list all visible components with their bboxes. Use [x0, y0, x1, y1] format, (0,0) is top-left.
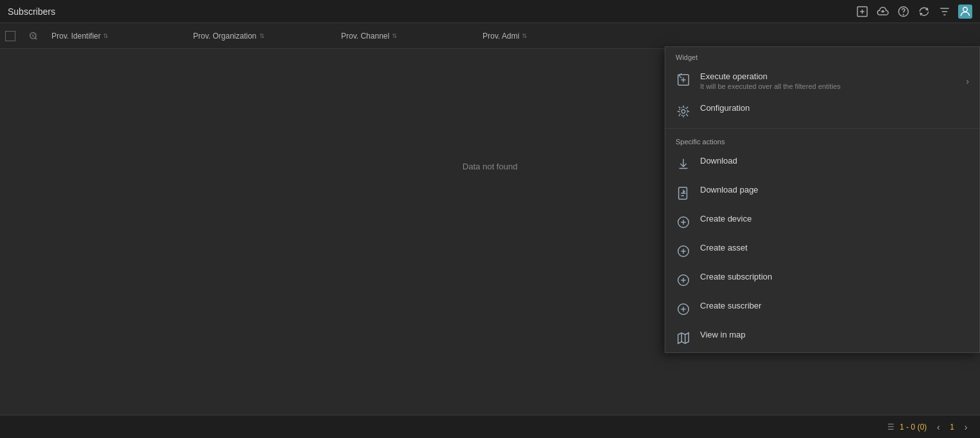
col-header-prov-admin[interactable]: Prov. Admi ⇅ — [483, 32, 975, 41]
create-asset-icon — [676, 243, 691, 259]
menu-item-create-subscriber[interactable]: Create suscriber — [665, 294, 979, 323]
create-asset-content: Create asset — [700, 243, 969, 252]
rows-icon: ☰ — [887, 423, 894, 432]
create-subscription-label: Create subscription — [700, 272, 969, 281]
header-icon-group — [855, 5, 972, 19]
help-icon[interactable] — [896, 5, 911, 19]
create-subscriber-label: Create suscriber — [700, 301, 969, 310]
menu-item-view-in-map[interactable]: View in map — [665, 323, 979, 352]
next-page-button[interactable]: › — [959, 422, 972, 432]
create-asset-label: Create asset — [700, 243, 969, 252]
table-container: Prov. Identifier ⇅ Prov. Organization ⇅ … — [0, 23, 980, 415]
specific-actions-label: Specific actions — [665, 131, 979, 149]
prev-page-button[interactable]: ‹ — [932, 422, 945, 432]
create-subscriber-icon — [676, 301, 691, 317]
pagination: ☰ 1 - 0 (0) ‹ 1 › — [887, 422, 972, 432]
filter-icon[interactable] — [938, 5, 952, 19]
menu-item-configuration[interactable]: Configuration — [665, 97, 979, 126]
download-page-label: Download page — [700, 185, 969, 195]
download-content: Download — [700, 156, 969, 166]
create-subscription-content: Create subscription — [700, 272, 969, 281]
svg-point-2 — [903, 14, 904, 15]
widget-section-label: Widget — [665, 47, 979, 65]
download-icon — [676, 157, 691, 172]
create-subscriber-content: Create suscriber — [700, 301, 969, 310]
create-device-content: Create device — [700, 214, 969, 224]
menu-item-download-page[interactable]: Download page — [665, 178, 979, 207]
create-device-icon — [676, 214, 691, 230]
svg-point-7 — [680, 108, 688, 116]
header-filter-icon[interactable] — [28, 31, 51, 41]
menu-divider-1 — [665, 128, 979, 129]
sort-icon-prov-adm: ⇅ — [522, 32, 527, 39]
execute-operation-sublabel: It will be executed over all the filtere… — [700, 82, 957, 90]
menu-item-download[interactable]: Download — [665, 149, 979, 178]
create-device-label: Create device — [700, 214, 969, 224]
context-menu: Widget Execute operation It will be exec… — [665, 46, 980, 353]
configuration-content: Configuration — [700, 103, 969, 113]
view-in-map-icon — [676, 330, 691, 346]
user-menu-icon[interactable] — [958, 5, 972, 19]
download-label: Download — [700, 156, 969, 166]
download-page-content: Download page — [700, 185, 969, 195]
svg-point-6 — [681, 110, 685, 113]
create-subscription-icon — [676, 272, 691, 288]
configuration-label: Configuration — [700, 103, 969, 113]
execute-operation-icon — [676, 72, 691, 88]
sort-icon-prov-id: ⇅ — [103, 32, 108, 39]
select-all-checkbox[interactable] — [5, 31, 15, 41]
current-page: 1 — [950, 423, 954, 432]
svg-point-3 — [963, 7, 968, 12]
col-header-prov-channel[interactable]: Prov. Channel ⇅ — [341, 32, 483, 41]
sort-icon-prov-org: ⇅ — [259, 32, 264, 39]
configuration-icon — [676, 104, 691, 119]
view-in-map-label: View in map — [700, 330, 969, 339]
menu-item-create-asset[interactable]: Create asset — [665, 236, 979, 265]
svg-marker-13 — [678, 333, 689, 344]
col-header-prov-identifier[interactable]: Prov. Identifier ⇅ — [51, 32, 193, 41]
execute-operation-arrow: › — [966, 76, 969, 86]
table-footer: ☰ 1 - 0 (0) ‹ 1 › — [0, 415, 980, 438]
refresh-icon[interactable] — [917, 5, 931, 19]
sort-icon-prov-chan: ⇅ — [392, 32, 397, 39]
menu-item-create-device[interactable]: Create device — [665, 207, 979, 236]
download-page-icon — [676, 186, 691, 201]
view-in-map-content: View in map — [700, 330, 969, 339]
table-header: Prov. Identifier ⇅ Prov. Organization ⇅ … — [0, 23, 980, 49]
cloud-sync-icon[interactable] — [876, 5, 890, 19]
page-title: Subscribers — [8, 6, 55, 17]
col-header-prov-organization[interactable]: Prov. Organization ⇅ — [193, 32, 341, 41]
menu-item-execute-operation[interactable]: Execute operation It will be executed ov… — [665, 65, 979, 97]
export-icon[interactable] — [855, 5, 869, 19]
app-header: Subscribers — [0, 0, 980, 23]
header-checkbox[interactable] — [5, 31, 28, 41]
execute-operation-label: Execute operation — [700, 71, 957, 81]
record-count: 1 - 0 (0) — [900, 423, 927, 432]
menu-item-create-subscription[interactable]: Create subscription — [665, 265, 979, 294]
execute-operation-content: Execute operation It will be executed ov… — [700, 71, 957, 90]
